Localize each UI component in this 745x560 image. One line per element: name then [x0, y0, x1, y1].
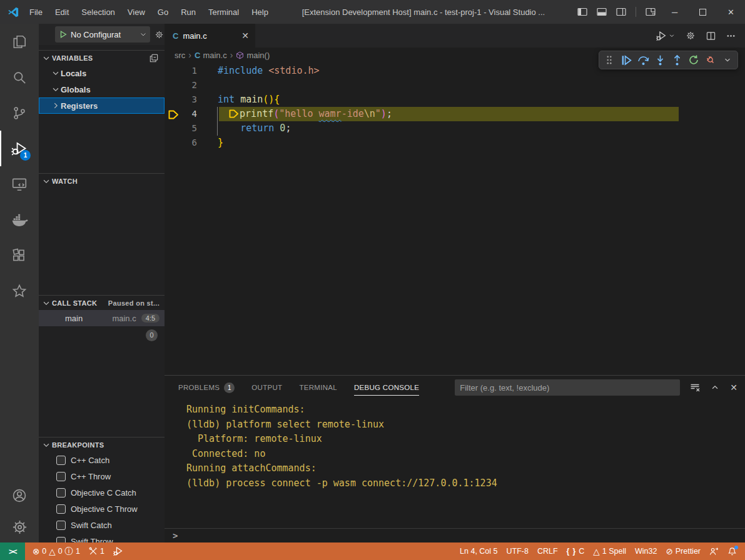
menu-help[interactable]: Help: [245, 0, 275, 24]
breakpoint-item[interactable]: Swift Catch: [39, 517, 165, 533]
breakpoint-item[interactable]: Objective C Catch: [39, 484, 165, 501]
variables-item-locals[interactable]: Locals: [39, 65, 165, 81]
panel-tab-debug-console[interactable]: DEBUG CONSOLE: [354, 376, 419, 399]
breadcrumb-symbol[interactable]: main(): [236, 51, 270, 60]
activity-bar-item-explorer[interactable]: [0, 24, 39, 59]
activity-bar-item-remote-explorer[interactable]: [0, 166, 39, 202]
debug-more[interactable]: [719, 52, 736, 68]
activity-bar-item-star[interactable]: [0, 273, 39, 309]
editor-settings-gear-icon[interactable]: [686, 31, 696, 41]
gutter[interactable]: 1: [165, 64, 218, 78]
variables-item-globals[interactable]: Globals: [39, 81, 165, 98]
console-filter-input[interactable]: [455, 379, 680, 396]
tools-status[interactable]: 1: [84, 547, 109, 556]
eol-indicator[interactable]: CRLF: [533, 547, 562, 556]
toggle-panel-icon[interactable]: [597, 8, 607, 16]
code-line-3[interactable]: 3int main(){: [165, 92, 745, 107]
gutter[interactable]: 3: [165, 92, 218, 107]
code-line-2[interactable]: 2: [165, 78, 745, 92]
activity-bar-item-run-and-debug[interactable]: 1: [0, 131, 39, 166]
clear-console-icon[interactable]: [690, 382, 700, 392]
spell-checker-status[interactable]: △1 Spell: [589, 546, 631, 556]
breakpoint-item[interactable]: Objective C Throw: [39, 501, 165, 517]
breadcrumb-file[interactable]: Cmain.c: [195, 51, 227, 60]
panel-tab-terminal[interactable]: TERMINAL: [299, 376, 337, 399]
debug-restart-button[interactable]: [686, 52, 702, 68]
maximize-panel-icon[interactable]: [711, 383, 719, 392]
breakpoints-section-header[interactable]: BREAKPOINTS: [39, 437, 165, 452]
problems-status[interactable]: ⊗0 △0 ⓘ1: [28, 546, 84, 557]
customize-layout-icon[interactable]: [646, 8, 656, 16]
menu-selection[interactable]: Selection: [75, 0, 121, 24]
split-editor-icon[interactable]: [706, 31, 716, 41]
code-line-5[interactable]: 5 return 0;: [165, 121, 745, 136]
debug-step-over-button[interactable]: [635, 52, 651, 68]
watch-section-header[interactable]: WATCH: [39, 173, 165, 188]
debug-disconnect-button[interactable]: [702, 52, 719, 68]
debug-continue-button[interactable]: [618, 52, 634, 68]
language-mode[interactable]: { }C: [562, 547, 589, 556]
run-or-debug-button[interactable]: [656, 31, 675, 41]
platform-indicator[interactable]: Win32: [631, 547, 661, 556]
breakpoint-item[interactable]: Swift Throw: [39, 533, 165, 542]
collapse-all-icon[interactable]: [150, 54, 158, 62]
breakpoint-checkbox[interactable]: [56, 537, 66, 543]
menu-edit[interactable]: Edit: [49, 0, 75, 24]
debug-console-output[interactable]: Running initCommands:(lldb) platform sel…: [165, 399, 745, 528]
close-tab-icon[interactable]: ✕: [241, 31, 249, 41]
breakpoint-checkbox[interactable]: [56, 488, 66, 498]
variables-item-registers[interactable]: Registers: [39, 98, 165, 114]
breakpoint-checkbox[interactable]: [56, 456, 66, 465]
breakpoint-checkbox[interactable]: [56, 472, 66, 481]
debug-drag-handle[interactable]: [601, 52, 617, 68]
breakpoint-checkbox[interactable]: [56, 504, 66, 514]
panel-tab-output[interactable]: OUTPUT: [251, 376, 282, 399]
debug-step-out-button[interactable]: [669, 52, 685, 68]
call-stack-frame-row[interactable]: main main.c 4:5: [39, 310, 165, 326]
remote-indicator[interactable]: ><: [0, 542, 25, 560]
menu-run[interactable]: Run: [175, 0, 202, 24]
gutter[interactable]: 4: [165, 107, 218, 121]
variables-section-header[interactable]: VARIABLES: [39, 50, 165, 65]
breakpoint-item[interactable]: C++ Catch: [39, 452, 165, 468]
gutter[interactable]: 5: [165, 121, 218, 136]
cursor-position[interactable]: Ln 4, Col 5: [455, 547, 502, 556]
call-stack-section-header[interactable]: CALL STACK Paused on st...: [39, 295, 165, 310]
toggle-sidebar-icon[interactable]: [577, 8, 587, 16]
encoding-indicator[interactable]: UTF-8: [502, 547, 533, 556]
code-editor[interactable]: 1#include <stdio.h>23int main(){4 printf…: [165, 62, 745, 375]
minimize-button[interactable]: ─: [661, 0, 689, 24]
breadcrumb-folder[interactable]: src: [175, 51, 185, 60]
gutter[interactable]: 6: [165, 136, 218, 150]
breakpoint-item[interactable]: C++ Throw: [39, 468, 165, 484]
menu-view[interactable]: View: [121, 0, 151, 24]
debug-step-into-button[interactable]: [652, 52, 668, 68]
code-line-6[interactable]: 6}: [165, 136, 745, 150]
notifications-button[interactable]: [723, 547, 741, 556]
menu-file[interactable]: File: [23, 0, 49, 24]
activity-bar-item-search[interactable]: [0, 59, 39, 95]
tab-main-c[interactable]: C main.c ✕: [165, 24, 255, 48]
toggle-secondary-sidebar-icon[interactable]: [616, 8, 626, 16]
more-actions-icon[interactable]: [726, 31, 736, 41]
menu-terminal[interactable]: Terminal: [202, 0, 245, 24]
panel-tab-problems[interactable]: PROBLEMS1: [178, 376, 235, 399]
debug-settings-gear-icon[interactable]: [155, 30, 164, 39]
activity-bar-item-account[interactable]: [0, 480, 39, 511]
menu-go[interactable]: Go: [151, 0, 175, 24]
activity-bar-item-source-control[interactable]: [0, 95, 39, 131]
debug-console-input[interactable]: >: [165, 528, 745, 542]
activity-bar-item-extensions[interactable]: [0, 238, 39, 273]
gutter[interactable]: 2: [165, 78, 218, 92]
close-panel-icon[interactable]: ✕: [730, 382, 737, 392]
feedback-button[interactable]: [705, 547, 723, 556]
close-button[interactable]: ✕: [717, 0, 745, 24]
breakpoint-checkbox[interactable]: [56, 521, 66, 530]
formatter-indicator[interactable]: ⊘Prettier: [661, 546, 705, 556]
code-line-4[interactable]: 4 printf("hello wamr-ide\n");: [165, 107, 745, 121]
maximize-button[interactable]: [689, 0, 717, 24]
debug-status[interactable]: [109, 546, 128, 556]
activity-bar-item-docker[interactable]: [0, 202, 39, 238]
debug-config-dropdown[interactable]: No Configurat: [55, 26, 150, 42]
activity-bar-item-settings[interactable]: [0, 511, 39, 542]
